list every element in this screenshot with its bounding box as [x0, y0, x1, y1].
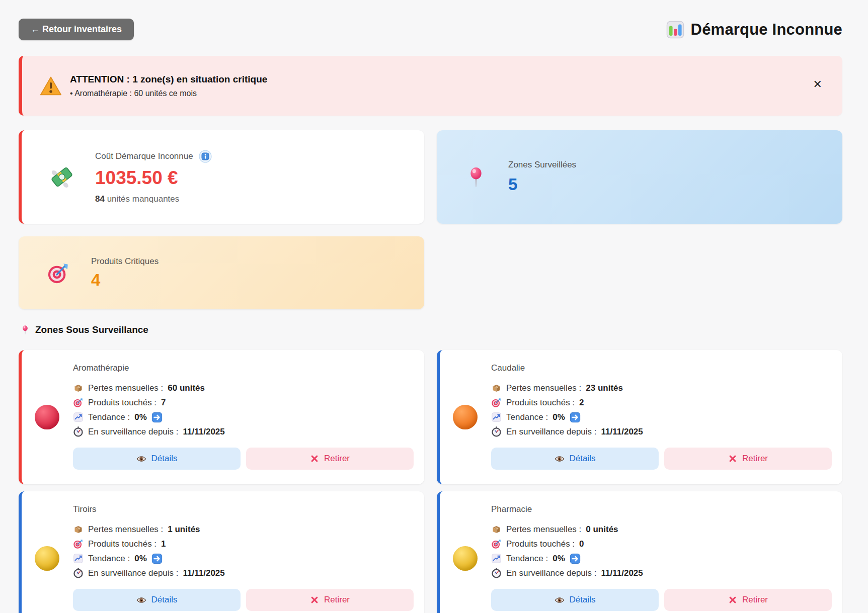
losses-value: 0 unités	[586, 524, 618, 535]
red-cross-icon	[728, 595, 737, 604]
since-row: En surveillance depuis : 11/11/2025	[73, 566, 414, 580]
zones-stat-content: Zones Surveillées 5	[508, 160, 576, 194]
dart-target-icon	[491, 397, 502, 408]
details-label: Détails	[151, 454, 178, 464]
trend-row: Tendance : 0%	[73, 551, 414, 566]
critical-alert-banner: ATTENTION : 1 zone(s) en situation criti…	[19, 56, 842, 116]
zone-actions: Détails Retirer	[73, 448, 414, 470]
zones-grid: Aromathérapie Pertes mensuelles : 60 uni…	[19, 350, 842, 613]
chart-increasing-icon	[73, 553, 84, 564]
losses-value: 60 unités	[168, 383, 205, 393]
zone-body: Caudalie Pertes mensuelles : 23 unités P…	[490, 350, 842, 484]
round-pushpin-icon	[465, 166, 487, 188]
eye-icon	[555, 597, 565, 603]
since-row: En surveillance depuis : 11/11/2025	[491, 566, 832, 580]
remove-button[interactable]: Retirer	[246, 448, 414, 470]
zones-stat-card: Zones Surveillées 5	[437, 130, 842, 224]
status-ball-icon	[35, 405, 59, 429]
zone-card-aromatherapie: Aromathérapie Pertes mensuelles : 60 uni…	[19, 350, 424, 484]
trend-row: Tendance : 0%	[73, 410, 414, 424]
page: ← Retour inventaires Démarque Inconnue A…	[0, 0, 868, 613]
warning-icon	[40, 75, 62, 97]
dart-target-icon	[73, 397, 84, 408]
package-icon	[491, 524, 502, 535]
right-arrow-icon	[570, 553, 581, 564]
trend-row: Tendance : 0%	[491, 410, 832, 424]
missing-units-count: 84	[95, 194, 105, 204]
zones-section-header: Zones Sous Surveillance	[20, 324, 842, 335]
remove-button[interactable]: Retirer	[664, 448, 832, 470]
alert-detail: • Aromathérapie : 60 unités ce mois	[70, 89, 267, 98]
details-label: Détails	[570, 595, 596, 605]
since-label: En surveillance depuis :	[506, 568, 597, 578]
critical-stat-content: Produits Critiques 4	[91, 256, 159, 290]
cost-stat-subtext: 84 unités manquantes	[95, 194, 212, 204]
eye-icon	[555, 456, 565, 462]
losses-row: Pertes mensuelles : 60 unités	[73, 381, 414, 395]
since-row: En surveillance depuis : 11/11/2025	[73, 424, 414, 439]
clock-icon	[73, 426, 84, 437]
red-cross-icon	[310, 595, 319, 604]
zone-name: Pharmacie	[491, 504, 832, 514]
trend-value: 0%	[553, 554, 565, 564]
products-label: Produits touchés :	[88, 398, 156, 408]
since-value: 11/11/2025	[601, 568, 643, 578]
dart-target-icon	[491, 539, 502, 549]
losses-value: 1 unités	[168, 524, 200, 535]
details-button[interactable]: Détails	[491, 589, 659, 611]
zone-body: Aromathérapie Pertes mensuelles : 60 uni…	[72, 350, 424, 484]
zone-actions: Détails Retirer	[73, 589, 414, 611]
details-button[interactable]: Détails	[491, 448, 659, 470]
zone-name: Aromathérapie	[73, 363, 414, 373]
package-icon	[491, 383, 502, 393]
clock-icon	[73, 568, 84, 578]
products-label: Produits touchés :	[506, 398, 575, 408]
page-title-text: Démarque Inconnue	[691, 21, 842, 39]
status-ball-icon	[35, 546, 59, 571]
zones-stat-value: 5	[508, 175, 576, 194]
since-label: En surveillance depuis :	[88, 568, 179, 578]
info-icon[interactable]	[199, 150, 212, 163]
trend-label: Tendance :	[506, 554, 548, 564]
details-button[interactable]: Détails	[73, 448, 241, 470]
page-title: Démarque Inconnue	[666, 21, 842, 39]
alert-title: ATTENTION : 1 zone(s) en situation criti…	[70, 74, 267, 85]
right-arrow-icon	[151, 412, 163, 423]
losses-label: Pertes mensuelles :	[506, 524, 581, 535]
remove-button[interactable]: Retirer	[664, 589, 832, 611]
critical-stat-label: Produits Critiques	[91, 256, 159, 266]
details-label: Détails	[570, 454, 596, 464]
back-to-inventories-button[interactable]: ← Retour inventaires	[19, 19, 134, 40]
critical-stat-value: 4	[91, 271, 159, 290]
eye-icon	[136, 597, 146, 603]
topbar: ← Retour inventaires Démarque Inconnue	[19, 19, 842, 40]
details-button[interactable]: Détails	[73, 589, 241, 611]
remove-label: Retirer	[742, 595, 768, 605]
trend-label: Tendance :	[506, 412, 548, 422]
products-value: 0	[579, 539, 584, 549]
round-pushpin-icon	[20, 325, 30, 335]
details-label: Détails	[151, 595, 178, 605]
cost-stat-content: Coût Démarque Inconnue 1035.50 € 84 unit…	[95, 150, 212, 204]
products-value: 1	[161, 539, 166, 549]
trend-row: Tendance : 0%	[491, 551, 832, 566]
red-cross-icon	[310, 454, 319, 463]
status-ball-icon	[453, 546, 478, 571]
products-row: Produits touchés : 1	[73, 537, 414, 551]
zone-actions: Détails Retirer	[491, 589, 832, 611]
losses-label: Pertes mensuelles :	[506, 383, 581, 393]
trend-value: 0%	[134, 554, 147, 564]
remove-button[interactable]: Retirer	[246, 589, 414, 611]
right-arrow-icon	[151, 553, 163, 564]
since-row: En surveillance depuis : 11/11/2025	[491, 424, 832, 439]
alert-close-button[interactable]: ✕	[810, 76, 825, 93]
chart-increasing-icon	[491, 553, 502, 564]
losses-value: 23 unités	[586, 383, 623, 393]
zone-card-caudalie: Caudalie Pertes mensuelles : 23 unités P…	[437, 350, 842, 484]
clock-icon	[491, 426, 502, 437]
money-with-wings-icon	[50, 165, 74, 189]
dart-target-icon	[73, 539, 84, 549]
since-value: 11/11/2025	[601, 427, 643, 437]
cost-stat-label: Coût Démarque Inconnue	[95, 151, 193, 161]
since-value: 11/11/2025	[183, 568, 225, 578]
